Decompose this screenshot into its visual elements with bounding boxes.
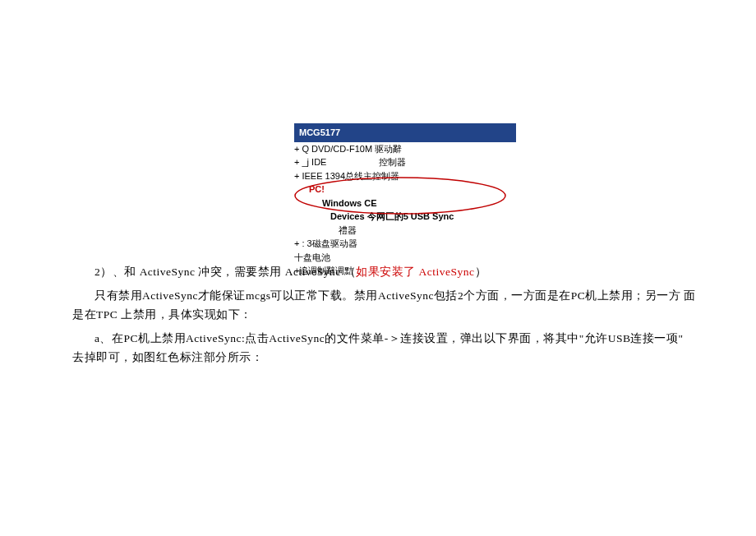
- tree-item-highlighted: Windows CE: [294, 196, 516, 210]
- device-tree-panel: MCG5177 + Q DVD/CD-F10M 驱动辭 + _j IDE 控制器…: [294, 123, 516, 278]
- tree-item-highlighted: Devices 今网匚的5 USB Sync: [294, 210, 516, 224]
- device-tree-header: MCG5177: [294, 123, 516, 142]
- paragraph: 只有禁用ActiveSync才能保证mcgs可以正常下载。禁用ActiveSyn…: [72, 287, 697, 325]
- tree-item: 十盘电池: [294, 251, 516, 265]
- tree-item: 禮器: [294, 224, 516, 238]
- section-heading: 2）、和 ActiveSync 冲突，需要禁用 ActiveSync （如果安装…: [72, 263, 697, 282]
- tree-item: + _j IDE 控制器: [294, 155, 516, 169]
- tree-item-suffix: 控制器: [379, 157, 406, 167]
- tree-item-label: + _j IDE: [294, 155, 376, 169]
- tree-item: + Q DVD/CD-F10M 驱动辭: [294, 142, 516, 156]
- tree-item: + : 3磁盘驱动器: [294, 237, 516, 251]
- heading-suffix: ）: [475, 266, 487, 278]
- heading-red: 如果安装了 ActiveSync: [356, 266, 474, 278]
- heading-prefix: 2）、和 ActiveSync 冲突，需要禁用 ActiveSync （: [94, 266, 356, 278]
- tree-item-highlighted: PC!: [294, 183, 516, 196]
- paragraph: a、在PC机上禁用ActiveSync:点击ActiveSync的文件菜单-＞连…: [72, 330, 697, 367]
- document-body: 2）、和 ActiveSync 冲突，需要禁用 ActiveSync （如果安装…: [72, 263, 697, 372]
- tree-item: + IEEE 1394总线主控制器: [294, 169, 516, 183]
